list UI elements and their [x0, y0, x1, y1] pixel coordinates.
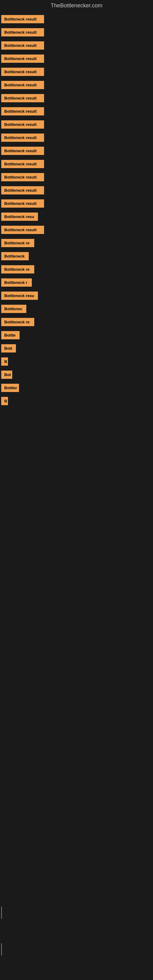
bottleneck-badge: Bot	[1, 371, 12, 379]
bottleneck-badge: Bottleneck result	[1, 147, 44, 155]
list-item[interactable]: Bottler	[1, 382, 152, 393]
bottleneck-badge: Bottleneck result	[1, 68, 44, 76]
bottleneck-badge: Bottleneck result	[1, 81, 44, 89]
bottleneck-badge: Bottleneck re	[1, 265, 34, 274]
bottleneck-badge: Bottleneck resu	[1, 213, 38, 221]
items-container: Bottleneck resultBottleneck resultBottle…	[0, 11, 153, 411]
list-item[interactable]: Bottleneck re	[1, 317, 152, 328]
list-item[interactable]: Bottleneck result	[1, 27, 152, 38]
bottleneck-badge: Bottleneck result	[1, 41, 44, 49]
list-item[interactable]: Bottleneck result	[1, 53, 152, 64]
list-item[interactable]: Bottleneck result	[1, 224, 152, 235]
list-item[interactable]: Bottlenec	[1, 304, 152, 314]
list-item[interactable]: Bottleneck r	[1, 277, 152, 288]
list-item[interactable]: Bottleneck result	[1, 132, 152, 143]
bottleneck-badge: Bottleneck result	[1, 186, 44, 194]
bottleneck-badge: Bottleneck r	[1, 278, 32, 286]
bottleneck-badge: Bottleneck result	[1, 134, 44, 142]
bottleneck-badge: Bottleneck result	[1, 173, 44, 181]
list-item[interactable]: Bot	[1, 369, 152, 380]
list-item[interactable]: Bottle	[1, 330, 152, 340]
list-item[interactable]: Bottleneck resu	[1, 290, 152, 301]
list-item[interactable]: Bottleneck result	[1, 145, 152, 156]
list-item[interactable]: Bott	[1, 343, 152, 354]
bottleneck-badge: Bottleneck	[1, 252, 29, 260]
bottleneck-badge: Bott	[1, 344, 16, 353]
bottleneck-badge: Bottleneck result	[1, 54, 44, 63]
list-item[interactable]: Bottleneck result	[1, 67, 152, 77]
bottleneck-badge: Bottler	[1, 384, 19, 392]
list-item[interactable]: Bottleneck result	[1, 119, 152, 130]
list-item[interactable]: Bottleneck result	[1, 14, 152, 24]
bottleneck-badge: Bottleneck result	[1, 15, 44, 23]
bottleneck-badge: Bottle	[1, 331, 19, 339]
bottleneck-badge: Bottlenec	[1, 305, 26, 313]
list-item[interactable]: Bottleneck result	[1, 106, 152, 117]
list-item[interactable]: Bottleneck result	[1, 80, 152, 90]
bottleneck-badge: Bottleneck re	[1, 318, 34, 326]
list-item[interactable]: B	[1, 356, 152, 367]
bottleneck-badge: B	[1, 357, 8, 366]
bottleneck-badge: Bottleneck result	[1, 160, 44, 168]
list-item[interactable]: Bottleneck re	[1, 238, 152, 248]
bottleneck-badge: B	[1, 397, 8, 405]
bottleneck-badge: Bottleneck re	[1, 239, 34, 247]
list-item[interactable]: Bottleneck	[1, 251, 152, 261]
list-item[interactable]: Bottleneck result	[1, 93, 152, 103]
list-item[interactable]: Bottleneck re	[1, 264, 152, 275]
bottleneck-badge: Bottleneck result	[1, 120, 44, 129]
list-item[interactable]: B	[1, 396, 152, 406]
bottleneck-badge: Bottleneck result	[1, 226, 44, 234]
list-item[interactable]: Bottleneck result	[1, 198, 152, 209]
bottleneck-badge: Bottleneck result	[1, 199, 44, 208]
list-item[interactable]: Bottleneck result	[1, 40, 152, 51]
list-item[interactable]: Bottleneck result	[1, 185, 152, 196]
list-item[interactable]: Bottleneck resu	[1, 211, 152, 222]
site-title: TheBottlenecker.com	[0, 0, 153, 11]
bottleneck-badge: Bottleneck result	[1, 94, 44, 102]
bottleneck-badge: Bottleneck result	[1, 28, 44, 37]
bottleneck-badge: Bottleneck resu	[1, 291, 38, 300]
list-item[interactable]: Bottleneck result	[1, 159, 152, 169]
list-item[interactable]: Bottleneck result	[1, 172, 152, 183]
bottleneck-badge: Bottleneck result	[1, 107, 44, 115]
